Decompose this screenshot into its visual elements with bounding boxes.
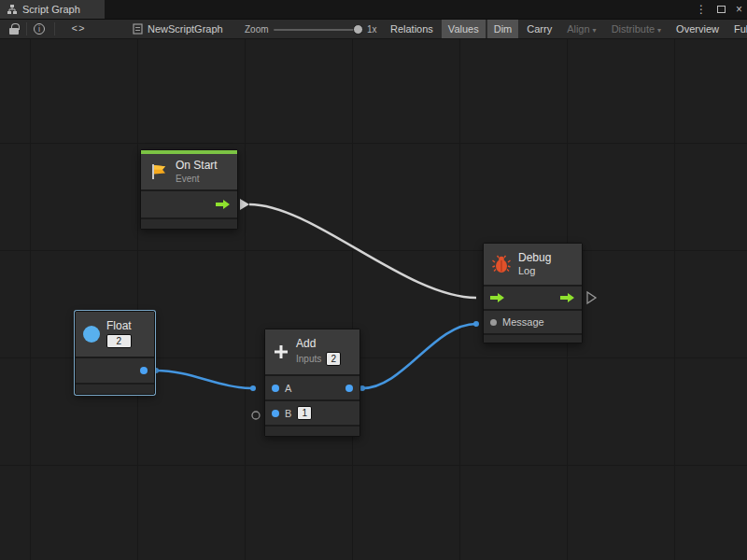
graph-asset[interactable]: NewScriptGraph (133, 20, 223, 38)
bug-icon (491, 254, 512, 274)
node-on-start[interactable]: On Start Event (140, 149, 238, 230)
node-footer (76, 383, 154, 394)
distribute-button[interactable]: Distribute ▾ (605, 20, 668, 38)
node-header: Float 2 (76, 312, 154, 357)
tab-title: Script Graph (22, 4, 80, 15)
control-output-port[interactable] (216, 199, 231, 210)
wire-end-dot (250, 385, 256, 391)
unity-script-graph-window: Script Graph ⋮ × i <> NewScriptGraph Zoo… (0, 0, 747, 560)
control-wire-start-arrow (240, 199, 249, 210)
toolbar-buttons: Relations Values Dim Carry Align ▾ Distr… (383, 20, 747, 38)
code-icon: <> (71, 23, 85, 35)
values-button[interactable]: Values (442, 20, 486, 38)
node-title: Debug (518, 252, 551, 264)
float-icon (83, 326, 100, 343)
relations-button[interactable]: Relations (384, 20, 440, 38)
close-icon[interactable]: × (736, 3, 742, 16)
sum-output-port[interactable] (345, 385, 353, 392)
toolbar-divider (54, 22, 55, 35)
message-input-port[interactable] (490, 319, 497, 326)
graph-toolbar: i <> NewScriptGraph Zoom 1x Relations Va… (0, 19, 747, 39)
menu-icon[interactable]: ⋮ (696, 3, 707, 16)
node-header: Debug Log (484, 244, 582, 285)
overview-button[interactable]: Overview (669, 20, 726, 38)
port-row-a: A (265, 374, 359, 399)
port-row (76, 357, 154, 383)
control-port-row (484, 285, 582, 309)
node-header: On Start Event (141, 154, 237, 189)
carry-button[interactable]: Carry (520, 20, 558, 38)
graph-canvas[interactable]: On Start Event (0, 39, 747, 560)
value-wire-float-to-add[interactable] (156, 371, 253, 388)
port-row (141, 189, 237, 217)
lock-button[interactable] (6, 20, 22, 38)
input-a-label: A (285, 383, 291, 394)
maximize-icon[interactable] (717, 6, 726, 13)
input-b-label: B (285, 408, 291, 419)
message-port-row: Message (484, 309, 582, 333)
message-label: Message (502, 316, 544, 328)
input-a-port[interactable] (272, 385, 279, 392)
full-screen-button[interactable]: Full Screen (727, 20, 747, 38)
tab-script-graph[interactable]: Script Graph (0, 0, 105, 19)
port-row-b: B 1 (265, 399, 359, 425)
unconnected-control-output-indicator (587, 292, 596, 303)
node-footer (484, 333, 582, 343)
unconnected-value-input-indicator (252, 412, 260, 419)
control-wire-onstart-to-log[interactable] (249, 204, 476, 298)
control-output-port[interactable] (560, 292, 575, 303)
flag-icon (148, 162, 169, 181)
node-header: Add Inputs 2 (265, 329, 359, 374)
info-icon: i (34, 23, 45, 35)
node-title: Float (106, 320, 132, 332)
node-title: On Start (176, 160, 218, 172)
tab-bar: Script Graph ⋮ × (0, 0, 747, 19)
window-controls: ⋮ × (696, 0, 742, 19)
edit-code-button[interactable]: <> (63, 20, 93, 38)
wire-end-dot (473, 321, 479, 327)
toolbar-divider (26, 22, 27, 35)
node-subtitle: Event (176, 174, 218, 184)
control-input-port[interactable] (490, 292, 505, 303)
node-title: Add (296, 338, 341, 350)
zoom-slider-handle[interactable] (353, 24, 363, 35)
node-subtitle: Log (518, 266, 551, 276)
zoom-slider-track[interactable] (274, 29, 361, 31)
chevron-down-icon: ▾ (657, 26, 661, 35)
zoom-value: 1x (367, 20, 377, 38)
graph-asset-icon (133, 23, 143, 35)
node-footer (141, 217, 237, 229)
inputs-count-field[interactable]: 2 (326, 352, 341, 366)
distribute-label: Distribute (612, 23, 655, 35)
plus-icon (273, 343, 289, 360)
float-value-field[interactable]: 2 (106, 334, 132, 348)
node-footer (265, 425, 359, 436)
align-button[interactable]: Align ▾ (560, 20, 602, 38)
node-float[interactable]: Float 2 (75, 311, 155, 395)
lock-icon (9, 28, 19, 35)
chevron-down-icon: ▾ (593, 26, 597, 35)
graph-name: NewScriptGraph (148, 23, 223, 35)
align-label: Align (567, 23, 589, 35)
inspect-button[interactable]: i (30, 20, 49, 38)
node-debug-log[interactable]: Debug Log Message (483, 243, 583, 343)
wires-layer (0, 39, 747, 560)
input-b-value-field[interactable]: 1 (297, 406, 312, 420)
dim-button[interactable]: Dim (487, 20, 519, 38)
float-output-port[interactable] (140, 367, 148, 374)
zoom-label: Zoom (245, 20, 269, 38)
script-graph-tab-icon (7, 4, 18, 15)
node-subtitle: Inputs (296, 354, 321, 364)
node-add[interactable]: Add Inputs 2 A B 1 (264, 329, 360, 437)
input-b-port[interactable] (272, 410, 279, 417)
value-wire-add-to-log[interactable] (362, 324, 476, 388)
